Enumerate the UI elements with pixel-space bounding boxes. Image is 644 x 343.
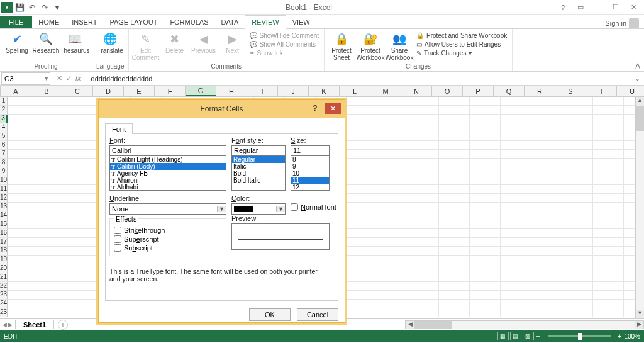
page-layout-view-button[interactable]: ▤ (510, 332, 521, 340)
row-header-8[interactable]: 8 (0, 159, 8, 167)
strikethrough-checkbox[interactable]: Strikethrough (114, 227, 222, 234)
hscroll-thumb[interactable] (414, 321, 452, 329)
col-header-G[interactable]: G (186, 86, 216, 96)
thesaurus-button[interactable]: 📖Thesaurus (62, 30, 88, 55)
col-header-F[interactable]: F (155, 86, 186, 96)
col-header-O[interactable]: O (432, 86, 463, 96)
add-sheet-button[interactable]: + (58, 320, 68, 330)
zoom-in-button[interactable]: + (616, 333, 625, 340)
list-item[interactable]: TAharoni (110, 177, 226, 184)
col-header-M[interactable]: M (370, 86, 401, 96)
color-select[interactable]: ▼ (231, 203, 286, 215)
col-header-Q[interactable]: Q (494, 86, 525, 96)
list-item[interactable]: 9 (291, 163, 329, 170)
vscroll-thumb[interactable] (636, 106, 644, 131)
share-workbook-button[interactable]: 👥Share Workbook (386, 30, 413, 61)
col-header-N[interactable]: N (401, 86, 432, 96)
row-header-1[interactable]: 1 (0, 97, 8, 106)
row-header-4[interactable]: 4 (0, 123, 8, 132)
translate-button[interactable]: 🌐Translate (97, 30, 123, 55)
size-list[interactable]: 8910111214 (291, 155, 330, 191)
tab-formulas[interactable]: FORMULAS (164, 16, 214, 28)
scroll-down-icon[interactable]: ▼ (636, 310, 644, 318)
row-header-13[interactable]: 13 (0, 203, 8, 211)
list-item[interactable]: Regular (232, 156, 285, 163)
list-item[interactable]: 12 (291, 184, 329, 191)
row-header-7[interactable]: 7 (0, 150, 8, 159)
list-item[interactable]: Bold (232, 170, 285, 177)
save-button[interactable]: 💾 (14, 2, 25, 13)
allow-edit-ranges-button[interactable]: ▭Allow Users to Edit Ranges (415, 40, 508, 48)
tab-review[interactable]: REVIEW (245, 15, 286, 29)
fx-button[interactable]: fx (75, 74, 81, 82)
formula-accept-button[interactable]: ✓ (66, 74, 72, 82)
row-header-14[interactable]: 14 (0, 211, 8, 220)
row-header-10[interactable]: 10 (0, 176, 8, 185)
col-header-B[interactable]: B (31, 86, 62, 96)
list-item[interactable]: 11 (291, 177, 329, 184)
qat-customize-icon[interactable]: ▾ (52, 2, 63, 13)
list-item[interactable]: 8 (291, 156, 329, 163)
row-header-12[interactable]: 12 (0, 194, 8, 203)
row-header-9[interactable]: 9 (0, 167, 8, 176)
ribbon-display-button[interactable]: ▭ (572, 2, 589, 13)
cancel-button[interactable]: Cancel (297, 308, 338, 321)
research-button[interactable]: 🔍Research (33, 30, 59, 55)
dialog-help-button[interactable]: ? (308, 103, 322, 114)
list-item[interactable]: 10 (291, 170, 329, 177)
col-header-H[interactable]: H (216, 86, 247, 96)
tab-file[interactable]: FILE (0, 16, 32, 28)
protect-share-button[interactable]: 🔒Protect and Share Workbook (415, 31, 508, 40)
sheet-nav-prev-icon[interactable]: ◀ (3, 322, 7, 328)
zoom-slider[interactable] (548, 335, 611, 337)
next-comment-button[interactable]: ▶Next (219, 30, 246, 55)
row-header-2[interactable]: 2 (0, 106, 8, 115)
dialog-titlebar[interactable]: Format Cells ? ✕ (99, 100, 345, 118)
name-box[interactable]: G3 ▾ (1, 72, 50, 85)
minimize-button[interactable]: − (590, 2, 606, 13)
row-header-11[interactable]: 11 (0, 185, 8, 194)
row-header-24[interactable]: 24 (0, 300, 8, 308)
font-list[interactable]: TCalibri Light (Headings)TCalibri (Body)… (109, 155, 226, 191)
scroll-up-icon[interactable]: ▲ (636, 97, 644, 106)
tab-pagelayout[interactable]: PAGE LAYOUT (103, 16, 164, 28)
previous-comment-button[interactable]: ◀Previous (191, 30, 217, 55)
horizontal-scrollbar[interactable]: ◀ ▶ (405, 320, 644, 329)
col-header-U[interactable]: U (617, 86, 644, 96)
underline-select[interactable]: None▼ (109, 203, 226, 215)
collapse-ribbon-icon[interactable]: ⋀ (635, 62, 640, 69)
col-header-P[interactable]: P (463, 86, 494, 96)
vertical-scrollbar[interactable]: ▲ ▼ (635, 97, 644, 318)
row-header-19[interactable]: 19 (0, 256, 8, 264)
sheet-nav-next-icon[interactable]: ▶ (8, 322, 13, 328)
maximize-button[interactable]: ☐ (608, 2, 624, 13)
tab-insert[interactable]: INSERT (65, 16, 103, 28)
formula-cancel-button[interactable]: ✕ (57, 74, 62, 82)
col-header-S[interactable]: S (555, 86, 586, 96)
zoom-out-button[interactable]: − (534, 333, 543, 340)
close-button[interactable]: ✕ (625, 2, 641, 13)
col-header-A[interactable]: A (1, 86, 31, 96)
page-break-view-button[interactable]: ▧ (523, 332, 534, 340)
row-header-16[interactable]: 16 (0, 229, 8, 238)
undo-button[interactable]: ↶ (26, 2, 38, 13)
row-header-21[interactable]: 21 (0, 273, 8, 282)
dialog-close-button[interactable]: ✕ (325, 103, 341, 114)
normal-view-button[interactable]: ▦ (497, 332, 509, 340)
normal-font-checkbox[interactable]: Normal font (291, 203, 341, 211)
scroll-right-icon[interactable]: ▶ (635, 321, 643, 329)
row-header-18[interactable]: 18 (0, 247, 8, 256)
protect-sheet-button[interactable]: 🔒Protect Sheet (328, 30, 355, 61)
list-item[interactable]: TCalibri Light (Headings) (110, 156, 226, 163)
col-header-K[interactable]: K (309, 86, 340, 96)
col-header-J[interactable]: J (278, 86, 309, 96)
row-header-15[interactable]: 15 (0, 220, 8, 229)
col-header-D[interactable]: D (93, 86, 124, 96)
delete-comment-button[interactable]: ✖Delete (162, 30, 188, 55)
tab-data[interactable]: DATA (215, 16, 245, 28)
edit-comment-button[interactable]: ✎Edit Comment (133, 30, 159, 61)
show-ink-button[interactable]: ✒Show Ink (248, 49, 320, 57)
formula-input[interactable]: dddddddddddddddd (87, 75, 631, 82)
row-header-22[interactable]: 22 (0, 282, 8, 291)
show-hide-comment-button[interactable]: 💬Show/Hide Comment (248, 31, 320, 40)
